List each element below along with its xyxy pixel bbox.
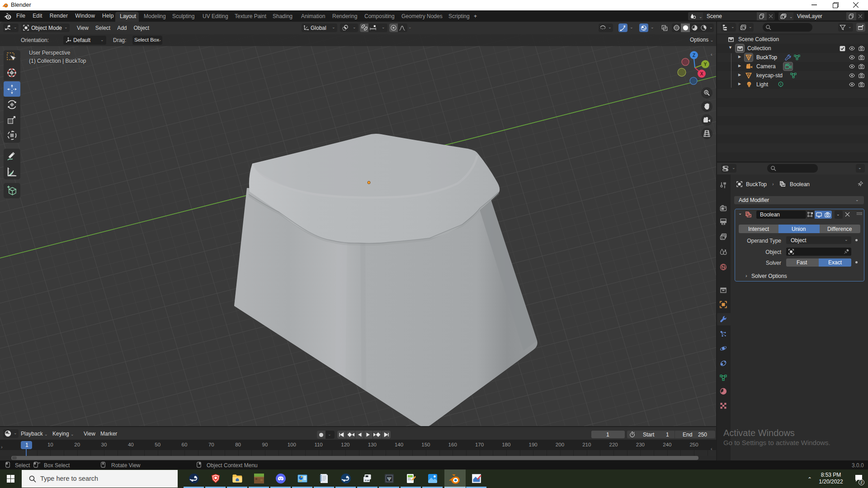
- svg-text:X: X: [700, 71, 703, 76]
- svg-text:Y: Y: [704, 62, 707, 67]
- svg-text:Z: Z: [693, 53, 695, 58]
- svg-text:Ψ: Ψ: [387, 476, 392, 482]
